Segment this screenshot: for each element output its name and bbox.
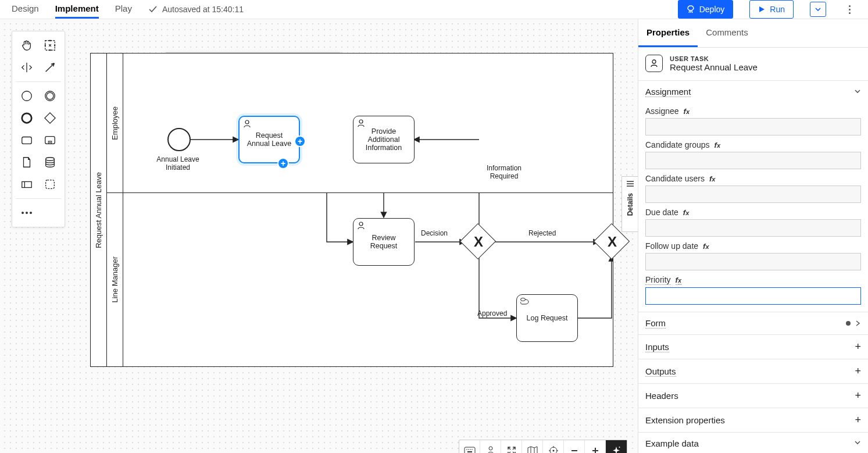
section-inputs-header[interactable]: Inputs+	[638, 335, 868, 359]
check-icon	[148, 5, 158, 14]
zoom-out[interactable]	[564, 440, 585, 453]
section-example-data-header[interactable]: Example data	[638, 433, 868, 453]
label-priority: Priorityfx	[645, 273, 861, 285]
menu-icon	[626, 180, 634, 187]
zoom-in[interactable]	[585, 440, 606, 453]
lasso-tool[interactable]	[39, 35, 61, 56]
task-request-annual-leave[interactable]: Request Annual Leave + +	[238, 116, 300, 163]
svg-point-29	[652, 60, 656, 63]
section-assignment-header[interactable]: Assignment	[638, 81, 868, 103]
lane-employee[interactable]: Employee Annual Leave Initiated Request …	[107, 53, 613, 193]
input-priority[interactable]	[645, 287, 861, 305]
chevron-right-icon	[855, 320, 861, 327]
bpmn-pool[interactable]: Request Annual Leave Employee Annual Lea…	[90, 53, 613, 367]
label-due-date: Due datefx	[645, 205, 861, 217]
gateway-decision[interactable]: X	[465, 229, 492, 255]
more-tools[interactable]	[16, 202, 61, 223]
lane-title-manager: Line Manager	[110, 256, 119, 303]
deploy-button[interactable]: Deploy	[678, 0, 734, 19]
add-ext-prop[interactable]: +	[855, 414, 861, 426]
element-type-label: USER TASK	[670, 55, 758, 62]
tab-implement[interactable]: Implement	[55, 0, 99, 19]
start-event-label: Annual Leave Initiated	[149, 155, 207, 172]
task-tool[interactable]	[16, 130, 38, 151]
section-headers-header[interactable]: Headers+	[638, 384, 868, 408]
pool-title: Request Annual Leave	[94, 172, 103, 248]
ai-assist[interactable]	[606, 440, 627, 453]
add-output[interactable]: +	[855, 365, 861, 377]
keyboard-shortcuts[interactable]	[459, 440, 480, 453]
tool-palette	[12, 31, 65, 227]
input-candidate-groups[interactable]	[645, 152, 861, 169]
mode-tabs: Design Implement Play	[12, 0, 132, 19]
append-right-handle[interactable]: +	[294, 135, 306, 147]
input-candidate-users[interactable]	[645, 186, 861, 203]
element-name: Request Annual Leave	[670, 62, 758, 72]
input-followup[interactable]	[645, 253, 861, 270]
task-review-request[interactable]: Review Request	[353, 218, 415, 266]
svg-point-17	[359, 222, 363, 226]
add-header[interactable]: +	[855, 390, 861, 402]
lane-line-manager[interactable]: Line Manager	[107, 193, 613, 366]
run-dropdown[interactable]	[810, 2, 826, 17]
data-object-tool[interactable]	[16, 152, 38, 173]
tab-design[interactable]: Design	[12, 0, 39, 19]
input-assignee[interactable]	[645, 118, 861, 135]
token-sim[interactable]	[480, 440, 501, 453]
edge-label-info: Information Required	[481, 164, 527, 180]
more-menu[interactable]	[842, 1, 856, 19]
lane-title-employee: Employee	[110, 106, 119, 140]
edge-label-rejected: Rejected	[528, 229, 556, 237]
reset-view[interactable]	[543, 440, 564, 453]
section-outputs-header[interactable]: Outputs+	[638, 359, 868, 383]
service-task-icon	[520, 297, 529, 305]
space-tool[interactable]	[16, 57, 38, 78]
svg-point-1	[22, 91, 32, 101]
add-input[interactable]: +	[855, 341, 861, 353]
user-task-icon	[242, 119, 252, 129]
canvas[interactable]: Request Annual Leave Employee Annual Lea…	[0, 19, 638, 453]
chevron-down-icon	[854, 88, 861, 95]
svg-rect-5	[45, 113, 55, 123]
hand-tool[interactable]	[16, 35, 38, 56]
fullscreen[interactable]	[501, 440, 522, 453]
start-event[interactable]	[167, 128, 191, 151]
edge-label-approved: Approved	[477, 309, 507, 318]
svg-point-27	[552, 450, 554, 452]
group-tool[interactable]	[39, 174, 61, 195]
start-event-tool[interactable]	[16, 85, 38, 106]
play-icon	[758, 6, 765, 13]
tab-play[interactable]: Play	[115, 0, 132, 19]
details-tab[interactable]: Details	[621, 176, 638, 232]
form-indicator-dot	[846, 321, 851, 326]
subprocess-tool[interactable]	[39, 130, 61, 151]
svg-point-22	[470, 449, 471, 450]
panel-tab-properties[interactable]: Properties	[638, 19, 698, 47]
svg-rect-24	[467, 451, 472, 452]
data-store-tool[interactable]	[39, 152, 61, 173]
run-button[interactable]: Run	[749, 0, 794, 19]
section-ext-header[interactable]: Extension properties+	[638, 408, 868, 432]
gateway-merge[interactable]: X	[599, 229, 626, 255]
connect-tool[interactable]	[39, 57, 61, 78]
label-candidate-groups: Candidate groupsfx	[645, 138, 861, 149]
svg-point-15	[245, 120, 249, 124]
end-event-tool[interactable]	[16, 108, 38, 129]
svg-rect-10	[22, 181, 32, 187]
autosave-status: Autosaved at 15:40:11	[148, 5, 244, 14]
user-task-icon	[356, 221, 366, 230]
properties-panel: Properties Comments USER TASK Request An…	[638, 19, 868, 453]
minimap[interactable]	[522, 440, 543, 453]
label-followup: Follow up datefx	[645, 239, 861, 251]
svg-point-16	[359, 120, 363, 123]
task-log-request[interactable]: Log Request	[516, 294, 578, 342]
input-due-date[interactable]	[645, 219, 861, 237]
task-provide-info[interactable]: Provide Additional Information	[353, 116, 415, 163]
section-form-header[interactable]: Form	[638, 312, 868, 334]
append-bottom-handle[interactable]: +	[277, 158, 289, 169]
panel-tab-comments[interactable]: Comments	[698, 19, 756, 47]
section-assignment: Assignment Assigneefx Candidate groupsfx…	[638, 81, 868, 312]
pool-tool[interactable]	[16, 174, 38, 195]
gateway-tool[interactable]	[39, 108, 61, 129]
intermediate-event-tool[interactable]	[39, 85, 61, 106]
